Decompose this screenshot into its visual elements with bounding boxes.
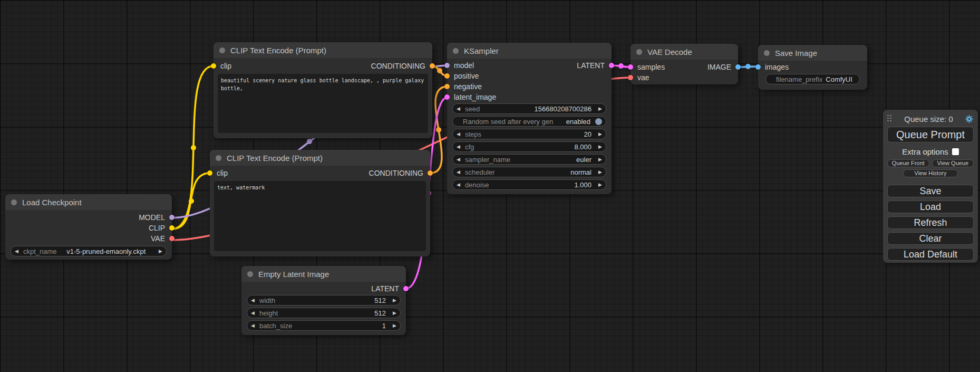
model-output-port[interactable]	[169, 215, 174, 220]
conditioning-output-port[interactable]	[428, 170, 433, 176]
vae-output-port[interactable]	[169, 236, 174, 241]
increment-icon[interactable]: ▶	[595, 170, 602, 175]
increment-icon[interactable]: ▶	[390, 323, 396, 328]
widget-label: scheduler	[465, 168, 494, 176]
node-titlebar[interactable]: Empty Latent Image	[241, 266, 406, 282]
node-save-image[interactable]: Save Image images filename_prefix ComfyU…	[758, 45, 867, 90]
collapse-dot-icon[interactable]	[453, 48, 459, 54]
node-clip-text-encode-positive[interactable]: CLIP Text Encode (Prompt) clip CONDITION…	[214, 42, 432, 138]
negative-prompt-textarea[interactable]: text, watermark	[214, 181, 426, 251]
positive-input-port[interactable]	[444, 73, 450, 79]
widget-value: normal	[570, 168, 591, 176]
queue-prompt-button[interactable]: Queue Prompt	[887, 127, 974, 142]
settings-gear-icon[interactable]	[965, 115, 974, 123]
widget-label: denoise	[465, 181, 489, 189]
positive-prompt-textarea[interactable]: beautiful scenery nature glass bottle la…	[218, 74, 428, 133]
decrement-icon[interactable]: ◀	[457, 170, 463, 175]
decrement-icon[interactable]: ◀	[251, 298, 258, 303]
node-titlebar[interactable]: CLIP Text Encode (Prompt)	[210, 150, 430, 166]
node-ksampler[interactable]: KSampler model LATENT positive negative …	[447, 43, 612, 194]
batch-size-widget[interactable]: ◀ batch_size 1 ▶	[247, 320, 401, 331]
node-clip-text-encode-negative[interactable]: CLIP Text Encode (Prompt) clip CONDITION…	[210, 150, 430, 256]
load-default-button[interactable]: Load Default	[887, 248, 974, 261]
extra-options-checkbox[interactable]	[952, 148, 959, 155]
collapse-dot-icon[interactable]	[636, 49, 642, 55]
latent-output-port[interactable]	[609, 63, 614, 68]
port-label: latent_image	[454, 93, 496, 101]
filename-prefix-widget[interactable]: filename_prefix ComfyUI	[765, 74, 860, 84]
port-row-positive: positive	[447, 71, 612, 81]
drag-handle-icon[interactable]	[887, 115, 892, 123]
node-titlebar[interactable]: VAE Decode	[630, 44, 738, 60]
queue-size-label: Queue size: 0	[892, 115, 965, 123]
random-seed-toggle-widget[interactable]: Random seed after every gen enabled	[452, 116, 606, 127]
clip-input-port[interactable]	[207, 170, 212, 176]
decrement-icon[interactable]: ◀	[251, 311, 258, 316]
increment-icon[interactable]: ▶	[156, 249, 162, 254]
node-titlebar[interactable]: KSampler	[447, 43, 612, 59]
seed-widget[interactable]: ◀ seed 156680208700286 ▶	[452, 103, 606, 114]
conditioning-output-port[interactable]	[430, 63, 435, 69]
refresh-button[interactable]: Refresh	[887, 216, 974, 229]
steps-widget[interactable]: ◀ steps 20 ▶	[452, 129, 606, 139]
decrement-icon[interactable]: ◀	[457, 157, 463, 162]
save-button[interactable]: Save	[887, 185, 974, 197]
link-clip-to-negative-prompt	[172, 173, 210, 229]
increment-icon[interactable]: ▶	[390, 298, 396, 303]
comfy-menu-panel: Queue size: 0 Queue Prompt Extra options	[883, 110, 978, 263]
ckpt-name-widget[interactable]: ◀ ckpt_name v1-5-pruned-emaonly.ckpt ▶	[11, 246, 167, 256]
latent-image-input-port[interactable]	[444, 94, 450, 100]
view-queue-button[interactable]: View Queue	[932, 159, 974, 167]
collapse-dot-icon[interactable]	[216, 155, 221, 161]
latent-output-port[interactable]	[403, 286, 409, 291]
clip-output-port[interactable]	[169, 225, 174, 231]
increment-icon[interactable]: ▶	[390, 311, 396, 316]
image-output-port[interactable]	[735, 64, 741, 70]
images-input-port[interactable]	[755, 64, 761, 70]
collapse-dot-icon[interactable]	[219, 47, 225, 53]
model-input-port[interactable]	[444, 63, 450, 68]
denoise-widget[interactable]: ◀ denoise 1.000 ▶	[452, 179, 606, 190]
decrement-icon[interactable]: ◀	[15, 249, 22, 254]
increment-icon[interactable]: ▶	[595, 157, 602, 162]
graph-canvas[interactable]: Load Checkpoint MODEL CLIP VAE ◀ ckpt_na…	[0, 0, 980, 372]
widget-value: euler	[576, 156, 591, 164]
decrement-icon[interactable]: ◀	[457, 145, 463, 149]
cfg-widget[interactable]: ◀ cfg 8.000 ▶	[452, 141, 606, 152]
increment-icon[interactable]: ▶	[595, 145, 602, 149]
collapse-dot-icon[interactable]	[764, 50, 770, 56]
decrement-icon[interactable]: ◀	[457, 183, 463, 187]
decrement-icon[interactable]: ◀	[457, 132, 463, 137]
increment-icon[interactable]: ▶	[595, 107, 602, 111]
port-label: vae	[637, 73, 649, 82]
node-titlebar[interactable]: Save Image	[758, 45, 867, 61]
widget-value: 156680208700286	[535, 105, 591, 113]
samples-input-port[interactable]	[628, 64, 633, 70]
sampler-name-widget[interactable]: ◀ sampler_name euler ▶	[452, 154, 606, 165]
decrement-icon[interactable]: ◀	[251, 323, 258, 328]
clip-input-port[interactable]	[211, 63, 216, 69]
collapse-dot-icon[interactable]	[11, 199, 17, 205]
node-load-checkpoint[interactable]: Load Checkpoint MODEL CLIP VAE ◀ ckpt_na…	[5, 194, 172, 260]
port-row-images: images	[758, 62, 867, 72]
view-history-button[interactable]: View History	[903, 169, 958, 177]
decrement-icon[interactable]: ◀	[457, 107, 463, 111]
node-titlebar[interactable]: CLIP Text Encode (Prompt)	[214, 42, 432, 58]
width-widget[interactable]: ◀ width 512 ▶	[247, 295, 401, 306]
increment-icon[interactable]: ▶	[595, 132, 602, 137]
scheduler-widget[interactable]: ◀ scheduler normal ▶	[452, 167, 606, 177]
queue-front-button[interactable]: Queue Front	[887, 159, 929, 167]
increment-icon[interactable]: ▶	[595, 183, 602, 187]
toggle-knob[interactable]	[595, 118, 602, 125]
vae-input-port[interactable]	[628, 75, 633, 80]
collapse-dot-icon[interactable]	[247, 271, 253, 277]
node-empty-latent-image[interactable]: Empty Latent Image LATENT ◀ width 512 ▶ …	[241, 266, 406, 335]
height-widget[interactable]: ◀ height 512 ▶	[247, 308, 401, 318]
load-button[interactable]: Load	[887, 201, 974, 213]
node-titlebar[interactable]: Load Checkpoint	[5, 194, 172, 210]
negative-input-port[interactable]	[444, 84, 450, 89]
node-vae-decode[interactable]: VAE Decode samples IMAGE vae	[630, 44, 738, 84]
clear-button[interactable]: Clear	[887, 232, 974, 245]
port-label: CLIP	[149, 224, 165, 232]
widget-value: ComfyUI	[822, 75, 856, 83]
